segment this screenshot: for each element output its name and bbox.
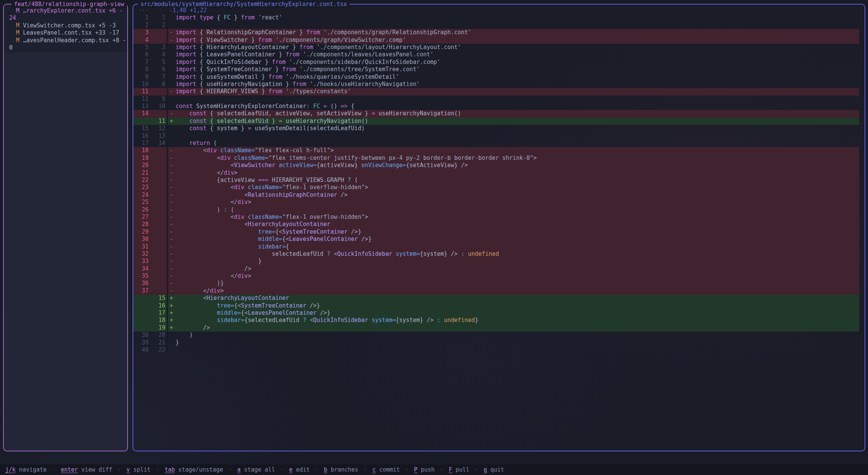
new-line-number (149, 184, 165, 191)
new-line-number (149, 155, 165, 162)
keybinding-separator: · (156, 466, 159, 473)
diff-sign: - (168, 162, 175, 169)
old-line-number: 1 (133, 14, 149, 21)
keybinding-key: F (449, 466, 452, 473)
old-line-number: 16 (133, 132, 149, 140)
diff-sign: - (168, 243, 175, 250)
file-item[interactable]: M LeavesPanel.cont.tsx +33 -17 (9, 29, 127, 37)
code-text: import { SystemTreeContainer } from './c… (175, 66, 420, 73)
code-text (175, 346, 176, 354)
old-line-number: 24 (133, 191, 149, 199)
code-text: tree={<SystemTreeContainer />} (175, 302, 320, 309)
diff-panel[interactable]: src/modules/systemHierarchy/SystemHierar… (133, 4, 865, 451)
diff-line-context: 1310const SystemHierarchyExplorerContain… (133, 103, 859, 110)
diff-line-removed: 20- <ViewSwitcher activeView={activeView… (133, 162, 859, 169)
diff-line-context: 1714 return ( (133, 140, 859, 147)
keybinding-key: b (324, 466, 327, 473)
old-line-number: 40 (133, 346, 149, 354)
old-line-number (133, 295, 149, 302)
diff-line-removed: 27- <div className="flex-1 overflow-hidd… (133, 214, 859, 221)
new-line-number (149, 162, 165, 169)
old-line-number: 35 (133, 273, 149, 280)
old-line-number: 3 (133, 29, 149, 36)
new-line-number (149, 199, 165, 206)
old-line-number: 5 (133, 44, 149, 51)
keybinding-label: split (130, 466, 150, 473)
code-text: )} (175, 280, 224, 287)
old-line-number: 13 (133, 103, 149, 110)
code-text: {activeView === HIERARCHY_VIEWS.GRAPH ? … (175, 177, 358, 184)
diff-sign (168, 132, 175, 140)
code-text: middle={<LeavesPanelContainer />} (175, 236, 372, 243)
new-line-number (149, 214, 165, 221)
new-line-number: 14 (149, 140, 165, 147)
old-line-number (133, 317, 149, 324)
diff-line-added: 15+ <HierarchyLayoutContainer (133, 295, 859, 302)
keybinding: P push (414, 466, 435, 473)
old-line-number: 17 (133, 140, 149, 147)
diff-sign (168, 96, 175, 103)
new-line-number: 13 (149, 132, 165, 140)
code-text: import { HIERARCHY_VIEWS } from './types… (175, 88, 351, 95)
file-item[interactable]: M ViewSwitcher.comp.tsx +5 -3 (9, 22, 127, 29)
keybinding: b branches (324, 466, 358, 473)
old-line-number: 11 (133, 88, 149, 95)
keybinding-key: v (126, 466, 130, 473)
new-line-number (149, 177, 165, 184)
diff-line-added: 17+ middle={<LeavesPanelContainer />} (133, 309, 859, 317)
old-line-number: 28 (133, 221, 149, 228)
diff-line-added: 18+ sidebar={selectedLeafUid ? <QuickInf… (133, 317, 859, 324)
diff-sign: - (168, 184, 175, 191)
diff-line-removed: 37- </div> (133, 287, 859, 295)
terminal-git-tui: { "files_panel": { "title": "feat/488/re… (0, 0, 868, 475)
diff-sign (168, 22, 175, 29)
old-line-number: 15 (133, 125, 149, 132)
diff-line-context: 1613 (133, 132, 859, 140)
new-line-number (149, 243, 165, 250)
file-item-line: M …rarchyExplorer.cont.tsx +6 - (9, 7, 127, 14)
old-line-number: 36 (133, 280, 149, 287)
new-line-number (149, 280, 165, 287)
old-line-number: 6 (133, 51, 149, 58)
keybinding: q quit (483, 466, 504, 473)
keybinding-key: enter (61, 466, 78, 473)
diff-sign: - (168, 236, 175, 243)
new-line-number (149, 258, 165, 265)
old-line-number: 27 (133, 214, 149, 221)
new-line-number (149, 169, 165, 177)
keybinding-label: branches (327, 466, 358, 473)
code-text: import { LeavesPanelContainer } from './… (175, 51, 433, 58)
keybinding-key: c (372, 466, 376, 473)
file-name: …avesPanelHeader.comp.tsx +8 - (23, 37, 126, 44)
file-item[interactable]: M …avesPanelHeader.comp.tsx +8 -0 (9, 37, 127, 52)
new-line-number: 8 (149, 81, 165, 88)
files-panel[interactable]: feat/488/relationship-graph-view M …rarc… (3, 4, 128, 451)
code-text: const { system } = useSystemDetail(selec… (175, 125, 365, 132)
code-text: <HierarchyLayoutContainer (175, 221, 330, 228)
new-line-number (149, 287, 165, 295)
code-text: sidebar={ (175, 243, 289, 250)
new-line-number: 16 (149, 302, 165, 309)
keybinding-label: edit (293, 466, 310, 473)
diff-sign: - (168, 110, 175, 117)
code-text: <div className="flex items-center justif… (175, 155, 537, 162)
file-item-line: M …avesPanelHeader.comp.tsx +8 - (9, 37, 127, 44)
keybinding-label: stage all (241, 466, 275, 473)
new-line-number: 1 (149, 14, 165, 21)
diff-line-removed: 26- ) : ( (133, 206, 859, 214)
file-status-badge: M (16, 37, 19, 44)
diff-line-added: 16+ tree={<SystemTreeContainer />} (133, 302, 859, 309)
diff-line-removed: 36- )} (133, 280, 859, 287)
keybinding: c commit (372, 466, 400, 473)
code-text: } (175, 258, 262, 265)
old-line-number: 8 (133, 66, 149, 73)
file-item[interactable]: M …rarchyExplorer.cont.tsx +6 -24 (9, 7, 127, 22)
diff-line-removed: 11-import { HIERARCHY_VIEWS } from './ty… (133, 88, 859, 95)
new-line-number: 2 (149, 22, 165, 29)
old-line-number: 22 (133, 177, 149, 184)
diff-sign (168, 81, 175, 88)
old-line-number (133, 309, 149, 317)
diff-sign (168, 339, 175, 346)
code-text: <HierarchyLayoutContainer (175, 295, 289, 302)
old-line-number (133, 324, 149, 332)
